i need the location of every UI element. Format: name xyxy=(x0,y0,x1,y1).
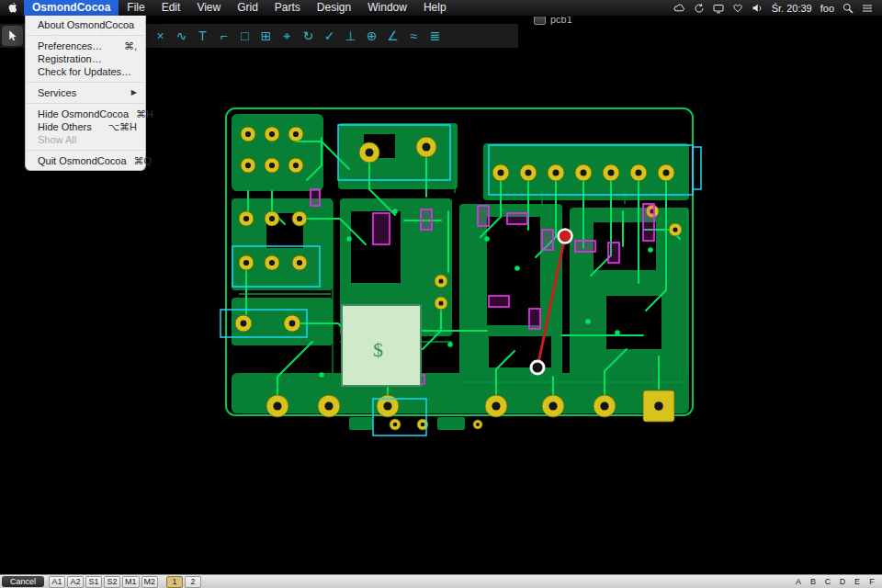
submenu-arrow-icon: ▶ xyxy=(131,87,137,98)
corner-tool-icon[interactable]: ⌐ xyxy=(213,26,234,46)
menu-bar-username[interactable]: foo xyxy=(820,3,834,14)
net-tool-icon[interactable]: ∿ xyxy=(171,26,192,46)
sheet-buttons: 12 xyxy=(160,576,203,588)
menu-item-about-osmondcocoa[interactable]: About OsmondCocoa xyxy=(26,18,145,31)
menu-edit[interactable]: Edit xyxy=(153,0,189,16)
rect-tool-icon[interactable]: □ xyxy=(234,26,255,46)
svg-text:$: $ xyxy=(373,338,383,361)
menu-separator xyxy=(27,35,144,36)
grid-letter-d[interactable]: D xyxy=(835,577,850,586)
sheet-button-1[interactable]: 1 xyxy=(166,576,183,588)
notification-center-icon[interactable] xyxy=(862,3,873,14)
grid-letters: ABCDEF xyxy=(791,577,879,586)
stack-tool-icon[interactable]: ≣ xyxy=(424,26,446,46)
menu-view[interactable]: View xyxy=(188,0,229,16)
search-icon[interactable] xyxy=(842,3,854,14)
delete-tool-icon[interactable]: × xyxy=(150,26,171,46)
menu-item-hide-osmondcocoa[interactable]: Hide OsmondCocoa⌘H xyxy=(26,107,145,120)
menu-help[interactable]: Help xyxy=(415,0,455,16)
cloud-icon[interactable] xyxy=(673,3,685,14)
sync-icon[interactable] xyxy=(694,3,705,14)
airwire-endpoint-end xyxy=(531,361,544,374)
angle-tool-icon[interactable]: ∠ xyxy=(382,26,403,46)
menu-bar: OsmondCocoaFileEditViewGridPartsDesignWi… xyxy=(0,0,882,17)
rotate-tool-icon[interactable]: ↻ xyxy=(298,26,319,46)
display-icon[interactable] xyxy=(713,3,724,14)
grid-letter-a[interactable]: A xyxy=(791,577,806,586)
menu-item-services[interactable]: Services▶ xyxy=(26,86,145,99)
menu-item-hide-others[interactable]: Hide Others⌥⌘H xyxy=(26,120,145,133)
mode-button-a1[interactable]: A1 xyxy=(49,576,65,588)
mode-button-m1[interactable]: M1 xyxy=(122,576,140,588)
menu-parts[interactable]: Parts xyxy=(266,0,309,16)
grid-letter-b[interactable]: B xyxy=(806,577,820,586)
wave-tool-icon[interactable]: ≈ xyxy=(403,26,424,46)
target-tool-icon[interactable]: ⌖ xyxy=(277,26,298,46)
menu-item-registration[interactable]: Registration… xyxy=(26,52,145,65)
grid-letter-e[interactable]: E xyxy=(850,577,865,586)
mode-button-a2[interactable]: A2 xyxy=(67,576,84,588)
menu-file[interactable]: File xyxy=(119,0,153,16)
menu-separator xyxy=(27,82,144,83)
grid-tool-icon[interactable]: ⊞ xyxy=(255,26,277,46)
mode-buttons: A1A2S1S2M1M2 xyxy=(49,576,160,588)
pcb-board[interactable]: $ xyxy=(211,101,707,441)
check-tool-icon[interactable]: ✓ xyxy=(319,26,340,46)
apple-menu-icon[interactable] xyxy=(0,0,24,16)
cancel-button[interactable]: Cancel xyxy=(2,576,44,587)
menu-bar-status: Śr. 20:39 foo xyxy=(673,3,882,14)
menu-item-show-all: Show All xyxy=(26,133,145,146)
mode-button-m2[interactable]: M2 xyxy=(141,576,159,588)
menu-item-check-for-updates[interactable]: Check for Updates… xyxy=(26,65,145,78)
menu-separator xyxy=(27,150,144,151)
volume-icon[interactable] xyxy=(752,3,763,14)
menu-item-quit-osmondcocoa[interactable]: Quit OsmondCocoa⌘Q xyxy=(26,154,145,167)
pin-tool-icon[interactable]: ⊥ xyxy=(340,26,361,46)
menu-bar-items: OsmondCocoaFileEditViewGridPartsDesignWi… xyxy=(24,0,455,16)
bottom-bar: Cancel A1A2S1S2M1M2 12 ABCDEF xyxy=(0,574,882,588)
menu-grid[interactable]: Grid xyxy=(229,0,266,16)
mode-button-s2[interactable]: S2 xyxy=(104,576,120,588)
text-tool-icon[interactable]: T xyxy=(192,26,213,46)
large-component[interactable]: $ xyxy=(342,305,421,386)
select-tool-icon[interactable] xyxy=(2,26,23,46)
via-tool-icon[interactable]: ⊕ xyxy=(361,26,382,46)
app-menu-dropdown: About OsmondCocoaPreferences…⌘,Registrat… xyxy=(25,16,146,171)
menu-item-preferences[interactable]: Preferences…⌘, xyxy=(26,40,145,52)
menu-osmondcocoa[interactable]: OsmondCocoa xyxy=(24,0,119,16)
grid-letter-f[interactable]: F xyxy=(865,577,879,586)
menu-bar-clock[interactable]: Śr. 20:39 xyxy=(772,3,812,14)
menu-design[interactable]: Design xyxy=(309,0,359,16)
sheet-button-2[interactable]: 2 xyxy=(185,576,201,588)
grid-letter-c[interactable]: C xyxy=(820,577,835,586)
heart-icon[interactable] xyxy=(732,3,743,14)
airwire-endpoint-start xyxy=(559,230,572,243)
mode-button-s1[interactable]: S1 xyxy=(85,576,102,588)
menu-window[interactable]: Window xyxy=(359,0,415,16)
menu-separator xyxy=(27,103,144,104)
